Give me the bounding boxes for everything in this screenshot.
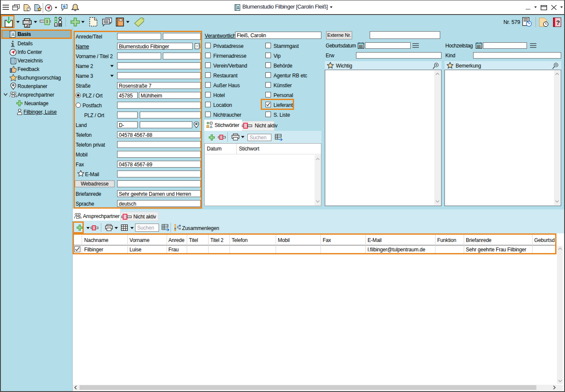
svg-text:?: ? xyxy=(556,19,560,26)
